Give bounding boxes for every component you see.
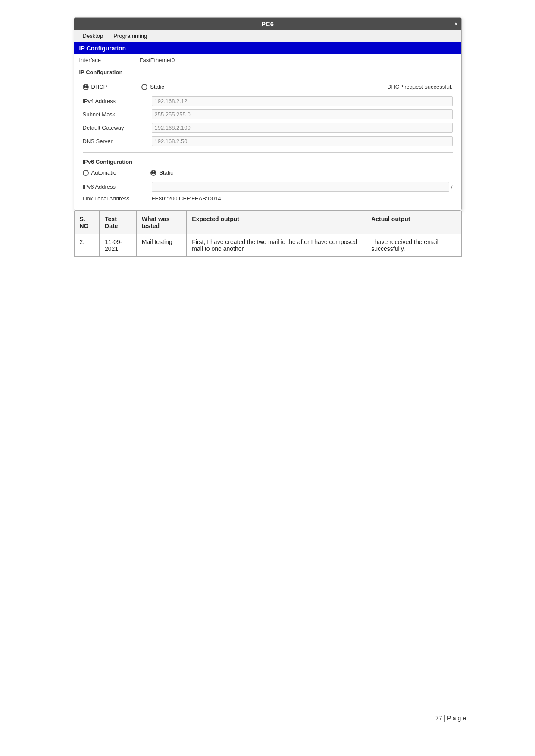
col-header-test-date: Test Date <box>100 211 137 234</box>
ip-config-body: DHCP Static DHCP request successful. IPv… <box>74 78 461 210</box>
ipv6-address-row: IPv6 Address / <box>83 182 453 192</box>
col-header-what-tested: What was tested <box>136 211 186 234</box>
table-header-row: S. NO Test Date What was tested Expected… <box>74 211 461 234</box>
menu-item-desktop[interactable]: Desktop <box>78 31 109 41</box>
window-close-button[interactable]: × <box>454 21 457 27</box>
ipv6-mode-radio-row: Automatic Static <box>83 169 453 176</box>
menu-item-programming[interactable]: Programming <box>108 31 152 41</box>
test-table-wrapper: S. NO Test Date What was tested Expected… <box>74 211 462 257</box>
dhcp-radio-option[interactable]: DHCP <box>83 84 107 90</box>
ipv6-automatic-label: Automatic <box>91 169 116 176</box>
default-gateway-input[interactable] <box>152 123 453 133</box>
cell-expected-output: First, I have created the two mail id th… <box>187 234 366 257</box>
window-title: PC6 <box>261 20 274 28</box>
static-radio-button[interactable] <box>141 84 147 90</box>
cell-test-date: 11-09-2021 <box>100 234 137 257</box>
subnet-mask-label: Subnet Mask <box>83 111 152 118</box>
link-local-row: Link Local Address FE80::200:CFF:FEAB:D0… <box>83 195 453 202</box>
cell-actual-output: I have received the email successfully. <box>366 234 461 257</box>
ipv6-address-label: IPv6 Address <box>83 184 152 190</box>
col-header-expected-output: Expected output <box>187 211 366 234</box>
ipv6-section-title: IPv6 Configuration <box>83 159 453 165</box>
cell-sno: 2. <box>74 234 100 257</box>
ipv4-address-row: IPv4 Address <box>83 96 453 106</box>
dns-server-label: DNS Server <box>83 138 152 144</box>
ipv4-address-label: IPv4 Address <box>83 98 152 104</box>
page-number: 77 | P a g e <box>435 715 466 722</box>
static-radio-option[interactable]: Static <box>141 84 164 90</box>
interface-label: Interface <box>79 57 131 63</box>
ipv6-automatic-radio-button[interactable] <box>83 170 89 176</box>
link-local-value: FE80::200:CFF:FEAB:D014 <box>152 195 221 202</box>
ipv4-address-input[interactable] <box>152 96 453 106</box>
ipv6-prefix: / <box>451 184 453 190</box>
col-header-actual-output: Actual output <box>366 211 461 234</box>
subnet-mask-input[interactable] <box>152 109 453 119</box>
static-label: Static <box>150 84 164 90</box>
ipv6-automatic-radio-option[interactable]: Automatic <box>83 169 116 176</box>
table-row: 2. 11-09-2021 Mail testing First, I have… <box>74 234 461 257</box>
subnet-mask-row: Subnet Mask <box>83 109 453 119</box>
test-table: S. NO Test Date What was tested Expected… <box>74 211 461 257</box>
dhcp-radio-button[interactable] <box>83 84 89 90</box>
section-divider <box>83 152 453 153</box>
ip-config-panel: IP Configuration Interface FastEthernet0… <box>74 42 461 210</box>
dhcp-status: DHCP request successful. <box>387 84 453 90</box>
page-wrapper: PC6 × Desktop Programming IP Configurati… <box>0 0 535 756</box>
interface-value: FastEthernet0 <box>140 57 175 63</box>
ip-config-header: IP Configuration <box>74 42 461 54</box>
ipv6-static-radio-button[interactable] <box>150 170 156 176</box>
dhcp-label: DHCP <box>91 84 107 90</box>
dns-server-row: DNS Server <box>83 136 453 146</box>
ipv6-address-input[interactable] <box>152 182 449 192</box>
cell-what-tested: Mail testing <box>136 234 186 257</box>
interface-row: Interface FastEthernet0 <box>74 54 461 66</box>
pc6-window: PC6 × Desktop Programming IP Configurati… <box>74 17 462 211</box>
ipv6-static-label: Static <box>159 169 173 176</box>
menu-bar: Desktop Programming <box>74 30 461 42</box>
pc6-titlebar: PC6 × <box>74 18 461 30</box>
link-local-label: Link Local Address <box>83 195 152 202</box>
ipv6-static-radio-option[interactable]: Static <box>150 169 173 176</box>
ip-mode-radio-row: DHCP Static DHCP request successful. <box>83 84 453 90</box>
default-gateway-label: Default Gateway <box>83 125 152 131</box>
dns-server-input[interactable] <box>152 136 453 146</box>
col-header-sno: S. NO <box>74 211 100 234</box>
ip-config-section-title: IP Configuration <box>74 66 461 78</box>
default-gateway-row: Default Gateway <box>83 123 453 133</box>
